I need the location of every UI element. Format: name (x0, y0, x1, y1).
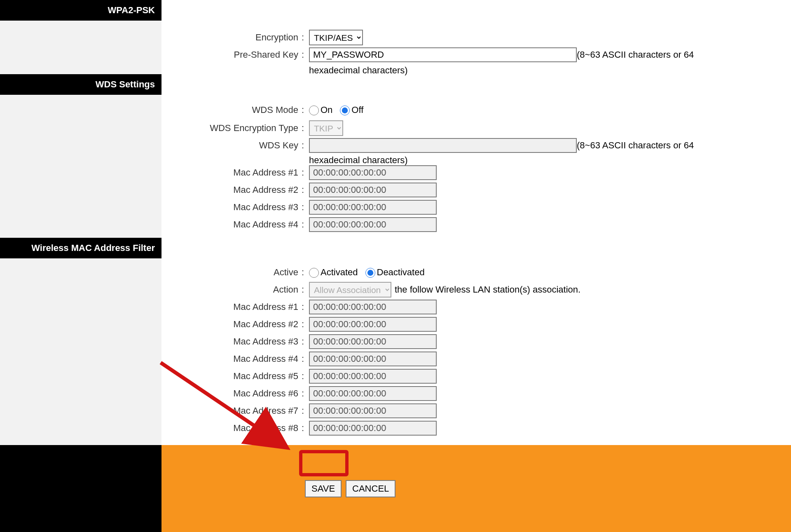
content-area: Encryption : TKIP/AES Pre-Shared Key : (… (161, 0, 791, 445)
section-mac-filter: Wireless MAC Address Filter (0, 238, 161, 258)
wds-mac1-label: Mac Address #1 (161, 167, 302, 178)
wds-mode-off-label[interactable]: Off (340, 105, 363, 115)
wds-mode-off-radio[interactable] (340, 105, 350, 115)
wds-mode-on-label[interactable]: On (309, 105, 332, 115)
wds-key-hint: (8~63 ASCII characters or 64 (577, 140, 694, 151)
wds-mode-on-radio[interactable] (309, 105, 319, 115)
mf-mac8-input (309, 421, 437, 436)
wds-key-label: WDS Key (161, 140, 302, 151)
psk-label: Pre-Shared Key (161, 49, 302, 60)
footer: SAVE CANCEL (0, 445, 791, 532)
encryption-select[interactable]: TKIP/AES (309, 30, 363, 45)
section-wds-settings: WDS Settings (0, 74, 161, 95)
wds-mode-label: WDS Mode (161, 105, 302, 115)
encryption-label: Encryption (161, 32, 302, 43)
macfilter-activated-label[interactable]: Activated (309, 267, 358, 278)
mf-mac7-label: Mac Address #7 (161, 405, 302, 416)
mf-mac4-label: Mac Address #4 (161, 354, 302, 364)
annotation-highlight-save (299, 450, 349, 476)
wds-mac3-input (309, 200, 437, 215)
wds-mac4-input (309, 217, 437, 232)
wds-mac4-label: Mac Address #4 (161, 219, 302, 230)
macfilter-action-label: Action (161, 284, 302, 295)
mf-mac1-input (309, 300, 437, 314)
psk-input[interactable] (309, 47, 577, 62)
macfilter-deactivated-radio[interactable] (365, 268, 375, 278)
macfilter-deactivated-label[interactable]: Deactivated (365, 267, 425, 278)
footer-bar: SAVE CANCEL (161, 445, 791, 532)
sidebar: WPA2-PSK WDS Settings Wireless MAC Addre… (0, 0, 161, 445)
save-button[interactable]: SAVE (305, 480, 342, 497)
wds-enc-select: TKIP (309, 120, 343, 136)
psk-hint-2: hexadecimal characters) (309, 65, 408, 76)
mf-mac8-label: Mac Address #8 (161, 423, 302, 434)
wds-mac2-input (309, 183, 437, 197)
mf-mac5-input (309, 369, 437, 384)
macfilter-action-select: Allow Association (309, 282, 391, 298)
mf-mac4-input (309, 352, 437, 366)
mf-mac5-label: Mac Address #5 (161, 371, 302, 382)
mf-mac3-input (309, 334, 437, 349)
section-wpa2-psk: WPA2-PSK (0, 0, 161, 21)
wds-mac2-label: Mac Address #2 (161, 185, 302, 195)
macfilter-action-suffix: the follow Wireless LAN station(s) assoc… (395, 284, 580, 295)
cancel-button[interactable]: CANCEL (346, 480, 396, 497)
macfilter-active-label: Active (161, 267, 302, 278)
psk-hint: (8~63 ASCII characters or 64 (577, 49, 694, 60)
mf-mac7-input (309, 403, 437, 418)
wds-mac3-label: Mac Address #3 (161, 202, 302, 213)
mf-mac2-input (309, 317, 437, 332)
wds-mac1-input (309, 165, 437, 180)
mf-mac2-label: Mac Address #2 (161, 319, 302, 330)
mf-mac6-input (309, 386, 437, 401)
mf-mac6-label: Mac Address #6 (161, 388, 302, 399)
mf-mac3-label: Mac Address #3 (161, 336, 302, 347)
wds-key-input (309, 138, 577, 153)
macfilter-activated-radio[interactable] (309, 268, 319, 278)
wds-enc-label: WDS Encryption Type (161, 123, 302, 134)
mf-mac1-label: Mac Address #1 (161, 302, 302, 312)
